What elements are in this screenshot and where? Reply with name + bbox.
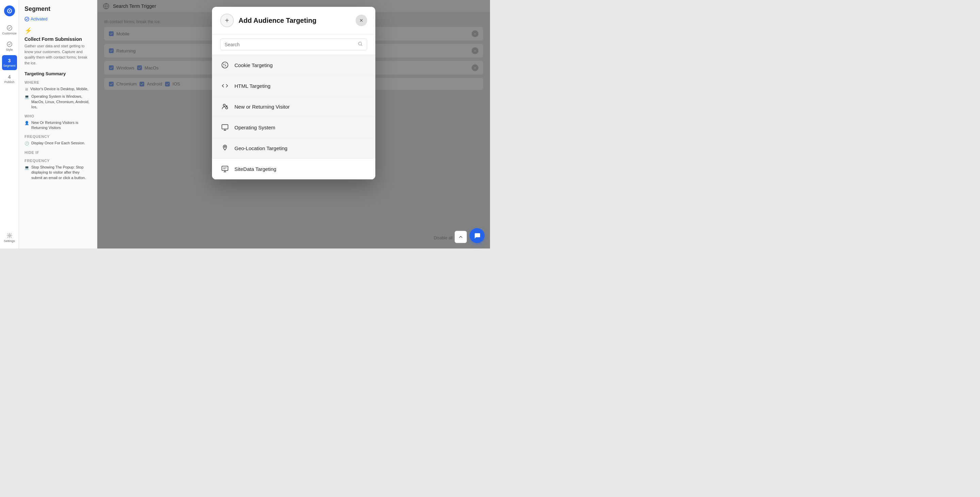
sidebar-logo[interactable] (2, 3, 17, 18)
sidebar-item-style[interactable]: Style (2, 39, 17, 54)
hide-if-frequency-label: FREQUENCY (24, 159, 92, 163)
sidebar-item-label: Style (6, 48, 13, 51)
sidebar-item-label: Customize (2, 32, 17, 35)
modal-plus-button[interactable]: + (220, 14, 234, 27)
hide-icon: 💻 (24, 165, 29, 170)
operating-system-label: Operating System (234, 124, 275, 131)
sitedata-targeting-label: SiteData Targeting (234, 166, 276, 172)
modal-close-button[interactable]: ✕ (356, 14, 367, 26)
frequency-label: FREQUENCY (24, 134, 92, 139)
sidebar-item-publish[interactable]: 4 Publish (2, 72, 17, 86)
html-icon (220, 81, 230, 91)
search-icon (358, 41, 363, 47)
modal-search-bar (212, 34, 375, 55)
sidebar-item-label: Publish (5, 80, 14, 84)
cookie-targeting-label: Cookie Targeting (234, 62, 272, 68)
summary-os: 💻 Operating System is Windows, MacOs, Li… (24, 94, 92, 110)
modal-overlay: + Add Audience Targeting ✕ (97, 0, 490, 248)
clock-icon: 🕐 (24, 141, 29, 146)
list-item-new-returning-visitor[interactable]: New or Returning Visitor (212, 96, 375, 117)
who-label: WHO (24, 114, 92, 118)
svg-point-13 (223, 104, 225, 106)
panel-title: Segment (24, 5, 92, 13)
sidebar-item-customize[interactable]: Customize (2, 22, 17, 37)
activated-badge: Activated (24, 17, 92, 21)
svg-point-14 (226, 107, 228, 109)
sitedata-icon (220, 164, 230, 174)
search-input[interactable] (224, 42, 355, 47)
targeting-summary-title: Targeting Summary (24, 71, 92, 76)
sidebar-item-settings[interactable]: Settings (2, 230, 17, 245)
search-input-wrap (220, 38, 367, 50)
modal-header: + Add Audience Targeting ✕ (212, 7, 375, 34)
svg-point-8 (222, 62, 228, 68)
icon-sidebar: Customize Style 3 Segment 4 Publish (0, 0, 19, 248)
add-audience-modal: + Add Audience Targeting ✕ (212, 7, 375, 179)
sidebar-item-label: Segment (3, 64, 15, 67)
modal-title: Add Audience Targeting (239, 17, 351, 24)
scroll-up-button[interactable] (455, 231, 467, 243)
summary-who: 👤 New Or Returning Visitors is Returning… (24, 120, 92, 131)
sidebar-item-label: Settings (4, 239, 15, 243)
trigger-title: Collect Form Submission (24, 37, 92, 42)
svg-rect-15 (222, 124, 228, 129)
svg-point-1 (9, 10, 10, 11)
summary-device: 🖥 Visitor's Device is Desktop, Mobile, (24, 86, 92, 92)
visitor-icon: 👤 (24, 121, 29, 126)
svg-point-10 (225, 65, 226, 66)
disable-all-button[interactable]: Disable all (434, 236, 453, 241)
panel-sidebar: Segment Activated ⚡ Collect Form Submiss… (19, 0, 97, 248)
sidebar-item-segment[interactable]: 3 Segment (2, 55, 17, 70)
where-label: WHERE (24, 80, 92, 84)
chat-button[interactable] (469, 228, 485, 243)
pin-icon (220, 143, 230, 153)
html-targeting-label: HTML Targeting (234, 83, 270, 89)
list-item-html-targeting[interactable]: HTML Targeting (212, 76, 375, 96)
cookie-icon (220, 60, 230, 70)
trigger-desc: Gather user data and start getting to kn… (24, 43, 92, 66)
new-returning-visitor-label: New or Returning Visitor (234, 104, 290, 110)
svg-point-16 (224, 146, 226, 147)
svg-rect-17 (222, 166, 228, 170)
modal-list: Cookie Targeting HTML Targeting (212, 55, 375, 179)
app-container: Customize Style 3 Segment 4 Publish (0, 0, 490, 248)
hide-if-label: Hide if (24, 150, 92, 155)
list-item-sitedata-targeting[interactable]: SiteData Targeting (212, 159, 375, 179)
geo-location-label: Geo-Location Targeting (234, 145, 288, 151)
trigger-section: ⚡ Collect Form Submission Gather user da… (24, 27, 92, 66)
activated-label: Activated (30, 17, 47, 21)
summary-hide: 💻 Stop Showing The Popup: Stop displayin… (24, 165, 92, 180)
publish-number: 4 (8, 74, 11, 80)
visitor-icon (220, 102, 230, 112)
device-icon: 🖥 (24, 87, 28, 92)
summary-frequency: 🕐 Display Once For Each Session. (24, 140, 92, 146)
os-icon: 💻 (24, 94, 29, 99)
svg-point-9 (224, 64, 224, 65)
monitor-icon (220, 123, 230, 132)
main-content: Search Term Trigger ith contact forms; b… (97, 0, 490, 248)
list-item-operating-system[interactable]: Operating System (212, 117, 375, 138)
svg-point-12 (224, 66, 224, 66)
list-item-cookie-targeting[interactable]: Cookie Targeting (212, 55, 375, 76)
svg-point-4 (8, 235, 10, 237)
svg-point-11 (225, 64, 226, 64)
trigger-icon: ⚡ (24, 27, 92, 34)
list-item-geo-location-targeting[interactable]: Geo-Location Targeting (212, 138, 375, 159)
segment-number: 3 (8, 58, 11, 63)
